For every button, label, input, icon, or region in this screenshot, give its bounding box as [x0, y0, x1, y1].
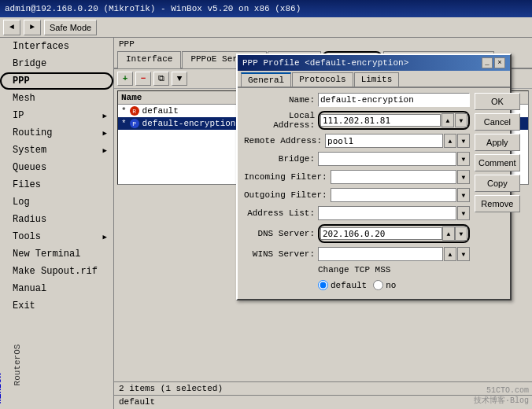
- toolbar: ◄ ► Safe Mode: [0, 17, 532, 38]
- dialog-body: Name: Local Address: ▲ ▼ R: [238, 88, 510, 299]
- radio-default-input[interactable]: [318, 280, 328, 290]
- name-label: Name:: [244, 95, 315, 105]
- default-encryption-icon: P: [130, 119, 139, 128]
- local-address-input[interactable]: [320, 114, 441, 127]
- sidebar-item-radius[interactable]: Radius: [0, 211, 113, 228]
- local-address-dropdown2[interactable]: ▼: [455, 113, 467, 127]
- forward-button[interactable]: ►: [24, 20, 41, 35]
- ip-arrow: ▶: [103, 112, 107, 120]
- sidebar-item-log[interactable]: Log: [0, 193, 113, 211]
- winbox-label: WinBox: [0, 373, 3, 404]
- bridge-label: Bridge:: [244, 154, 315, 164]
- copy-list-button[interactable]: ⧉: [153, 72, 169, 86]
- sidebar: Interfaces Bridge PPP Mesh IP ▶ Routing …: [0, 38, 114, 409]
- name-input[interactable]: [318, 93, 470, 107]
- dialog-tab-protocols[interactable]: Protocols: [292, 72, 353, 87]
- title-bar: admin@192.168.0.20 (MikroTik) - WinBox v…: [0, 0, 532, 17]
- dns-server-down[interactable]: ▼: [455, 227, 467, 241]
- sidebar-item-exit[interactable]: Exit: [0, 297, 113, 315]
- outgoing-filter-label: Outgoing Filter:: [244, 190, 327, 200]
- remote-address-row: Remote Address: ▲ ▼: [244, 134, 470, 148]
- incoming-filter-label: Incoming Filter:: [244, 172, 327, 182]
- dialog-minimize-button[interactable]: _: [482, 57, 493, 68]
- dialog-tabs: General Protocols Limits: [238, 71, 510, 88]
- incoming-filter-row: Incoming Filter: ▼: [244, 170, 470, 184]
- change-tcp-mss-row: Change TCP MSS default no: [244, 265, 470, 290]
- sidebar-item-mesh[interactable]: Mesh: [0, 90, 113, 107]
- address-list-input[interactable]: [318, 206, 456, 220]
- comment-button[interactable]: Comment: [475, 154, 520, 171]
- dns-server-input[interactable]: [320, 227, 442, 240]
- sidebar-item-interfaces[interactable]: Interfaces: [0, 38, 113, 55]
- ok-button[interactable]: OK: [475, 93, 520, 110]
- back-button[interactable]: ◄: [3, 20, 20, 35]
- sidebar-item-tools[interactable]: Tools ▶: [0, 228, 113, 245]
- tab-interface[interactable]: Interface: [117, 51, 181, 68]
- dns-server-up[interactable]: ▲: [442, 227, 455, 241]
- sidebar-item-manual[interactable]: Manual: [0, 280, 113, 297]
- dialog-title-buttons: _ ×: [482, 57, 505, 68]
- main-layout: Interfaces Bridge PPP Mesh IP ▶ Routing …: [0, 38, 532, 409]
- address-list-label: Address List:: [244, 208, 315, 218]
- dialog-tab-limits[interactable]: Limits: [354, 72, 400, 87]
- incoming-filter-dropdown[interactable]: ▼: [457, 170, 470, 184]
- filter-button[interactable]: ▼: [172, 72, 187, 86]
- remote-address-input[interactable]: [325, 134, 443, 148]
- remote-address-dropdown2[interactable]: ▼: [457, 134, 470, 148]
- radio-no-input[interactable]: [373, 280, 383, 290]
- sidebar-item-system[interactable]: System ▶: [0, 142, 113, 159]
- sidebar-item-files[interactable]: Files: [0, 176, 113, 193]
- cancel-button[interactable]: Cancel: [475, 113, 520, 131]
- address-list-dropdown[interactable]: ▼: [457, 206, 470, 220]
- dialog-buttons: OK Cancel Apply Comment Copy Remove: [475, 93, 520, 294]
- outgoing-filter-dropdown[interactable]: ▼: [457, 188, 470, 202]
- sidebar-item-bridge[interactable]: Bridge: [0, 55, 113, 72]
- remote-address-dropdown[interactable]: ▲: [444, 134, 456, 148]
- watermark: 51CTO.com 技术博客·Blog: [474, 386, 529, 406]
- copy-button[interactable]: Copy: [475, 175, 520, 192]
- list-status: 2 items (1 selected): [114, 381, 532, 395]
- bridge-input[interactable]: [318, 152, 456, 166]
- remove-button[interactable]: Remove: [475, 195, 520, 212]
- dns-server-label: DNS Server:: [244, 229, 315, 238]
- change-tcp-mss-label: Change TCP MSS: [244, 265, 390, 275]
- routeros-label: RouterOS: [13, 326, 22, 404]
- sidebar-item-routing[interactable]: Routing ▶: [0, 124, 113, 142]
- sidebar-item-make-supout[interactable]: Make Supout.rif: [0, 263, 113, 280]
- add-button[interactable]: +: [117, 72, 133, 86]
- local-address-dropdown[interactable]: ▲: [441, 113, 454, 127]
- local-address-label: Local Address:: [244, 111, 315, 130]
- content-area: PPP Interface PPPoE Servers Secrets Prof…: [114, 38, 532, 409]
- name-row: Name:: [244, 93, 470, 107]
- radio-default-label[interactable]: default: [318, 280, 367, 290]
- sidebar-item-ip[interactable]: IP ▶: [0, 107, 113, 124]
- apply-button[interactable]: Apply: [475, 134, 520, 151]
- sidebar-item-ppp[interactable]: PPP: [0, 72, 113, 90]
- wins-server-down[interactable]: ▼: [457, 247, 470, 261]
- dialog-title: PPP Profile <default-encryption>: [242, 58, 408, 68]
- incoming-filter-input[interactable]: [331, 170, 456, 184]
- wins-server-input[interactable]: [318, 247, 443, 261]
- sidebar-item-new-terminal[interactable]: New Terminal: [0, 245, 113, 263]
- ppp-section-label: PPP: [114, 38, 532, 50]
- tools-arrow: ▶: [103, 233, 107, 241]
- ppp-profile-dialog: PPP Profile <default-encryption> _ × Gen…: [236, 53, 512, 300]
- dialog-tab-general[interactable]: General: [241, 72, 291, 87]
- sidebar-item-queues[interactable]: Queues: [0, 159, 113, 176]
- system-arrow: ▶: [103, 146, 107, 155]
- outgoing-filter-input[interactable]: [331, 188, 456, 202]
- remove-button[interactable]: −: [135, 72, 151, 86]
- safe-mode-button[interactable]: Safe Mode: [44, 20, 97, 35]
- routing-arrow: ▶: [103, 129, 107, 138]
- bridge-dropdown[interactable]: ▼: [457, 152, 470, 166]
- bridge-row: Bridge: ▼: [244, 152, 470, 166]
- statusbar: default: [114, 395, 532, 409]
- dialog-titlebar: PPP Profile <default-encryption> _ ×: [238, 55, 510, 71]
- address-list-row: Address List: ▼: [244, 206, 470, 220]
- default-icon: R: [130, 106, 139, 116]
- dialog-close-button[interactable]: ×: [494, 57, 505, 68]
- local-address-row: Local Address: ▲ ▼: [244, 111, 470, 130]
- outgoing-filter-row: Outgoing Filter: ▼: [244, 188, 470, 202]
- radio-no-label[interactable]: no: [373, 280, 396, 290]
- wins-server-up[interactable]: ▲: [444, 247, 456, 261]
